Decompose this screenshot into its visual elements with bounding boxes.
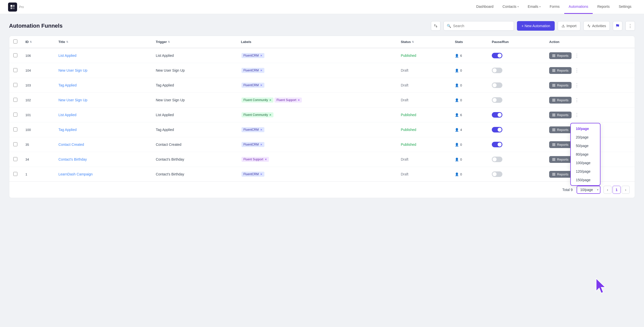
nav-automations[interactable]: Automations [564, 0, 593, 14]
new-automation-button[interactable]: + New Automation [517, 21, 555, 31]
status-badge: Draft [401, 68, 408, 72]
status-column-header[interactable]: Status ⇅ [401, 40, 414, 44]
per-page-80[interactable]: 80/page [571, 150, 600, 159]
row-title[interactable]: Tag Applied [58, 128, 76, 132]
reports-button[interactable]: Reports [549, 171, 572, 178]
status-badge: Draft [401, 83, 408, 87]
remove-label-btn[interactable]: ✕ [260, 69, 262, 72]
flag-button[interactable] [613, 21, 622, 31]
stat-cell: 👤6 [455, 113, 484, 117]
reports-button[interactable]: Reports [549, 126, 572, 133]
reports-button[interactable]: Reports [549, 141, 572, 148]
per-page-20[interactable]: 20/page [571, 133, 600, 142]
row-more-icon[interactable]: ⋮ [574, 52, 580, 59]
row-checkbox-6[interactable] [13, 142, 17, 146]
reports-button[interactable]: Reports [549, 97, 572, 104]
toggle-switch[interactable] [492, 53, 502, 58]
next-page-button[interactable]: › [622, 186, 630, 194]
per-page-10[interactable]: 10/page [571, 124, 600, 133]
remove-label-btn[interactable]: ✕ [260, 54, 262, 57]
toggle-switch[interactable] [492, 82, 502, 88]
row-checkbox-4[interactable] [13, 113, 17, 117]
remove-label-btn[interactable]: ✕ [265, 158, 267, 161]
row-checkbox-8[interactable] [13, 172, 17, 176]
toggle-switch[interactable] [492, 142, 502, 147]
import-button[interactable]: Import [558, 21, 580, 31]
remove-label-btn[interactable]: ✕ [269, 99, 271, 102]
row-title[interactable]: New User Sign Up [58, 98, 87, 102]
row-title[interactable]: List Applied [58, 54, 76, 58]
row-title[interactable]: LearnDash Campaign [58, 172, 93, 176]
id-column-header[interactable]: ID ⇅ [25, 40, 32, 44]
reports-button[interactable]: Reports [549, 52, 572, 59]
row-stats: 👤0 [451, 93, 488, 108]
row-stats: 👤6 [451, 108, 488, 122]
per-page-select[interactable]: 10/page [577, 186, 600, 194]
remove-label-btn[interactable]: ✕ [260, 128, 262, 131]
row-more-icon[interactable]: ⋮ [574, 96, 580, 104]
row-checkbox-2[interactable] [13, 83, 17, 87]
row-more-icon[interactable]: ⋮ [574, 111, 580, 119]
row-checkbox-5[interactable] [13, 127, 17, 131]
trigger-column-header[interactable]: Trigger ⇅ [156, 40, 170, 44]
row-trigger: Contact's Birthday [152, 152, 237, 167]
per-page-120[interactable]: 120/page [571, 167, 600, 176]
remove-label-btn[interactable]: ✕ [269, 113, 271, 117]
reports-button[interactable]: Reports [549, 67, 572, 74]
row-trigger: Contact Created [152, 137, 237, 152]
stat-cell: 👤0 [455, 83, 484, 87]
nav-reports[interactable]: Reports [593, 0, 614, 14]
row-more-icon[interactable]: ⋮ [574, 81, 580, 89]
nav-emails[interactable]: Emails ▾ [523, 0, 545, 14]
svg-rect-39 [554, 173, 555, 174]
nav-dashboard[interactable]: Dashboard [472, 0, 498, 14]
reports-icon [552, 54, 555, 57]
toggle-switch[interactable] [492, 112, 502, 118]
per-page-150[interactable]: 150/page [571, 176, 600, 184]
remove-label-btn[interactable]: ✕ [260, 173, 262, 176]
select-all-checkbox[interactable] [13, 39, 17, 43]
nav-settings[interactable]: Settings [614, 0, 636, 14]
row-labels: FluentCRM ✕ [237, 48, 397, 63]
remove-label-btn[interactable]: ✕ [260, 84, 262, 87]
toggle-switch[interactable] [492, 97, 502, 103]
row-stats: 👤0 [451, 63, 488, 78]
reports-button[interactable]: Reports [549, 156, 572, 163]
prev-page-button[interactable]: ‹ [603, 186, 612, 194]
per-page-50[interactable]: 50/page [571, 142, 600, 150]
row-checkbox-3[interactable] [13, 98, 17, 102]
reports-button[interactable]: Reports [549, 112, 572, 118]
toggle-switch[interactable] [492, 127, 502, 132]
row-title[interactable]: List Applied [58, 113, 76, 117]
toggle-switch[interactable] [492, 68, 502, 73]
title-column-header[interactable]: Title ⇅ [58, 40, 68, 44]
reports-button[interactable]: Reports [549, 82, 572, 89]
nav-contacts[interactable]: Contacts ▾ [498, 0, 523, 14]
remove-label-btn[interactable]: ✕ [260, 143, 262, 146]
current-page-number: 1 [613, 186, 621, 194]
automation-table-container: ID ⇅ Title ⇅ Trigger ⇅ Labels Status ⇅ S… [9, 36, 635, 198]
svg-rect-31 [554, 143, 555, 144]
row-more-icon[interactable]: ⋮ [574, 67, 580, 74]
more-options-button[interactable]: ⋮ [625, 21, 635, 31]
row-checkbox-7[interactable] [13, 157, 17, 161]
row-checkbox-0[interactable] [13, 53, 17, 57]
row-status: Draft [397, 152, 451, 167]
row-checkbox-1[interactable] [13, 68, 17, 72]
row-title[interactable]: Contact's Birthday [58, 157, 87, 161]
status-badge: Published [401, 143, 416, 147]
logo-box [8, 3, 17, 12]
row-title[interactable]: Tag Applied [58, 83, 76, 87]
row-title[interactable]: New User Sign Up [58, 68, 87, 72]
remove-label-btn[interactable]: ✕ [298, 99, 300, 102]
toggle-switch[interactable] [492, 157, 502, 162]
label-tag: FluentCRM ✕ [242, 142, 264, 147]
toggle-switch[interactable] [492, 171, 502, 177]
per-page-100[interactable]: 100/page [571, 159, 600, 167]
activities-button[interactable]: Activities [583, 21, 610, 31]
nav-forms[interactable]: Forms [545, 0, 564, 14]
label-tag: Fluent Support ✕ [242, 157, 269, 162]
row-title[interactable]: Contact Created [58, 143, 84, 147]
sort-button[interactable] [431, 21, 440, 31]
search-input[interactable] [453, 24, 511, 28]
